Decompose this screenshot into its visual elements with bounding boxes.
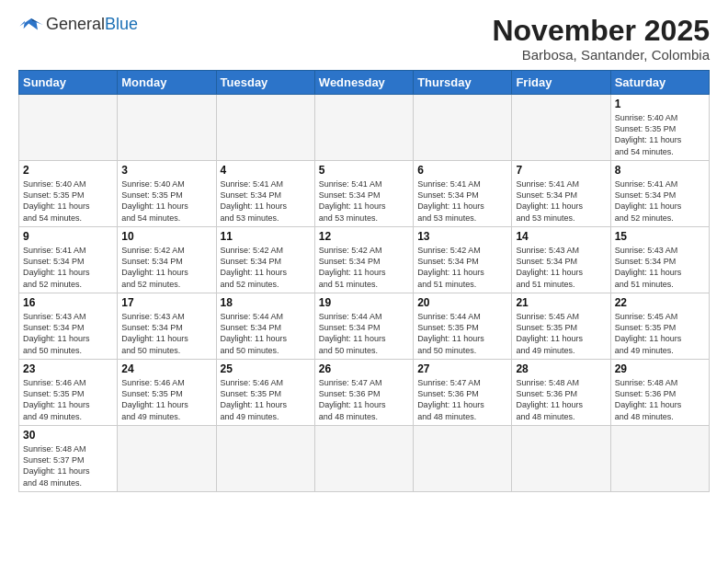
day-number: 21	[516, 296, 606, 309]
day-number: 8	[615, 164, 705, 177]
table-row: 20Sunrise: 5:44 AM Sunset: 5:35 PM Dayli…	[414, 293, 512, 360]
calendar-header: Sunday Monday Tuesday Wednesday Thursday…	[19, 71, 710, 95]
week-row: 16Sunrise: 5:43 AM Sunset: 5:34 PM Dayli…	[19, 293, 710, 360]
header-row: Sunday Monday Tuesday Wednesday Thursday…	[19, 71, 710, 95]
day-number: 17	[121, 296, 211, 309]
table-row	[118, 95, 216, 161]
logo-bird-icon	[18, 16, 44, 34]
day-info: Sunrise: 5:41 AM Sunset: 5:34 PM Dayligh…	[516, 178, 606, 224]
day-info: Sunrise: 5:46 AM Sunset: 5:35 PM Dayligh…	[221, 377, 311, 422]
day-info: Sunrise: 5:42 AM Sunset: 5:34 PM Dayligh…	[319, 245, 409, 290]
day-number: 10	[121, 230, 211, 243]
calendar-table: Sunday Monday Tuesday Wednesday Thursday…	[18, 70, 710, 492]
logo: GeneralBlue	[18, 15, 138, 34]
table-row: 7Sunrise: 5:41 AM Sunset: 5:34 PM Daylig…	[512, 161, 610, 227]
day-info: Sunrise: 5:44 AM Sunset: 5:34 PM Dayligh…	[221, 311, 311, 356]
location: Barbosa, Santander, Colombia	[492, 47, 710, 63]
table-row: 26Sunrise: 5:47 AM Sunset: 5:36 PM Dayli…	[314, 360, 413, 426]
table-row: 23Sunrise: 5:46 AM Sunset: 5:35 PM Dayli…	[19, 360, 118, 426]
day-number: 3	[121, 164, 211, 177]
day-info: Sunrise: 5:42 AM Sunset: 5:34 PM Dayligh…	[417, 245, 507, 290]
table-row: 18Sunrise: 5:44 AM Sunset: 5:34 PM Dayli…	[216, 293, 314, 360]
day-number: 23	[23, 362, 113, 375]
table-row	[216, 426, 314, 492]
day-info: Sunrise: 5:45 AM Sunset: 5:35 PM Dayligh…	[516, 311, 606, 356]
day-info: Sunrise: 5:41 AM Sunset: 5:34 PM Dayligh…	[23, 245, 113, 290]
day-number: 6	[417, 164, 507, 177]
day-info: Sunrise: 5:47 AM Sunset: 5:36 PM Dayligh…	[319, 377, 409, 422]
day-number: 7	[516, 164, 606, 177]
day-number: 20	[417, 296, 507, 309]
day-info: Sunrise: 5:43 AM Sunset: 5:34 PM Dayligh…	[121, 311, 211, 356]
day-info: Sunrise: 5:42 AM Sunset: 5:34 PM Dayligh…	[121, 245, 211, 290]
table-row: 27Sunrise: 5:47 AM Sunset: 5:36 PM Dayli…	[414, 360, 512, 426]
day-info: Sunrise: 5:43 AM Sunset: 5:34 PM Dayligh…	[516, 245, 606, 290]
week-row: 30Sunrise: 5:48 AM Sunset: 5:37 PM Dayli…	[19, 426, 710, 492]
table-row: 17Sunrise: 5:43 AM Sunset: 5:34 PM Dayli…	[118, 293, 216, 360]
table-row: 21Sunrise: 5:45 AM Sunset: 5:35 PM Dayli…	[512, 293, 610, 360]
day-info: Sunrise: 5:41 AM Sunset: 5:34 PM Dayligh…	[221, 178, 311, 224]
table-row: 3Sunrise: 5:40 AM Sunset: 5:35 PM Daylig…	[118, 161, 216, 227]
day-info: Sunrise: 5:41 AM Sunset: 5:34 PM Dayligh…	[417, 178, 507, 224]
table-row: 19Sunrise: 5:44 AM Sunset: 5:34 PM Dayli…	[314, 293, 413, 360]
table-row: 11Sunrise: 5:42 AM Sunset: 5:34 PM Dayli…	[216, 227, 314, 293]
day-number: 18	[221, 296, 311, 309]
table-row: 25Sunrise: 5:46 AM Sunset: 5:35 PM Dayli…	[216, 360, 314, 426]
day-info: Sunrise: 5:42 AM Sunset: 5:34 PM Dayligh…	[221, 245, 311, 290]
table-row: 30Sunrise: 5:48 AM Sunset: 5:37 PM Dayli…	[19, 426, 118, 492]
day-info: Sunrise: 5:41 AM Sunset: 5:34 PM Dayligh…	[615, 178, 705, 224]
day-number: 1	[615, 98, 705, 110]
table-row: 13Sunrise: 5:42 AM Sunset: 5:34 PM Dayli…	[414, 227, 512, 293]
col-friday: Friday	[512, 71, 610, 95]
day-info: Sunrise: 5:47 AM Sunset: 5:36 PM Dayligh…	[417, 377, 507, 422]
table-row: 14Sunrise: 5:43 AM Sunset: 5:34 PM Dayli…	[512, 227, 610, 293]
day-number: 9	[23, 230, 113, 243]
day-info: Sunrise: 5:43 AM Sunset: 5:34 PM Dayligh…	[23, 311, 113, 356]
day-number: 24	[121, 362, 211, 375]
svg-marker-0	[19, 18, 42, 30]
day-info: Sunrise: 5:48 AM Sunset: 5:37 PM Dayligh…	[23, 443, 113, 488]
table-row: 15Sunrise: 5:43 AM Sunset: 5:34 PM Dayli…	[610, 227, 709, 293]
table-row	[512, 426, 610, 492]
day-number: 13	[417, 230, 507, 243]
day-number: 29	[615, 362, 705, 375]
col-sunday: Sunday	[19, 71, 118, 95]
table-row: 2Sunrise: 5:40 AM Sunset: 5:35 PM Daylig…	[19, 161, 118, 227]
col-tuesday: Tuesday	[216, 71, 314, 95]
logo-general: General	[46, 15, 105, 33]
week-row: 23Sunrise: 5:46 AM Sunset: 5:35 PM Dayli…	[19, 360, 710, 426]
day-number: 28	[516, 362, 606, 375]
day-number: 4	[221, 164, 311, 177]
day-info: Sunrise: 5:44 AM Sunset: 5:34 PM Dayligh…	[319, 311, 409, 356]
table-row: 24Sunrise: 5:46 AM Sunset: 5:35 PM Dayli…	[118, 360, 216, 426]
table-row: 8Sunrise: 5:41 AM Sunset: 5:34 PM Daylig…	[610, 161, 709, 227]
table-row	[118, 426, 216, 492]
day-number: 26	[319, 362, 409, 375]
table-row: 22Sunrise: 5:45 AM Sunset: 5:35 PM Dayli…	[610, 293, 709, 360]
col-monday: Monday	[118, 71, 216, 95]
table-row: 12Sunrise: 5:42 AM Sunset: 5:34 PM Dayli…	[314, 227, 413, 293]
day-info: Sunrise: 5:44 AM Sunset: 5:35 PM Dayligh…	[417, 311, 507, 356]
day-number: 12	[319, 230, 409, 243]
day-info: Sunrise: 5:46 AM Sunset: 5:35 PM Dayligh…	[23, 377, 113, 422]
week-row: 9Sunrise: 5:41 AM Sunset: 5:34 PM Daylig…	[19, 227, 710, 293]
table-row: 28Sunrise: 5:48 AM Sunset: 5:36 PM Dayli…	[512, 360, 610, 426]
table-row: 29Sunrise: 5:48 AM Sunset: 5:36 PM Dayli…	[610, 360, 709, 426]
table-row	[314, 95, 413, 161]
week-row: 2Sunrise: 5:40 AM Sunset: 5:35 PM Daylig…	[19, 161, 710, 227]
day-info: Sunrise: 5:41 AM Sunset: 5:34 PM Dayligh…	[319, 178, 409, 224]
day-number: 2	[23, 164, 113, 177]
month-title: November 2025	[492, 15, 710, 47]
day-number: 11	[221, 230, 311, 243]
table-row: 5Sunrise: 5:41 AM Sunset: 5:34 PM Daylig…	[314, 161, 413, 227]
day-number: 14	[516, 230, 606, 243]
header: GeneralBlue November 2025 Barbosa, Santa…	[18, 15, 710, 63]
table-row: 10Sunrise: 5:42 AM Sunset: 5:34 PM Dayli…	[118, 227, 216, 293]
day-number: 15	[615, 230, 705, 243]
day-number: 19	[319, 296, 409, 309]
day-info: Sunrise: 5:40 AM Sunset: 5:35 PM Dayligh…	[615, 112, 705, 157]
table-row	[414, 95, 512, 161]
day-number: 16	[23, 296, 113, 309]
table-row: 9Sunrise: 5:41 AM Sunset: 5:34 PM Daylig…	[19, 227, 118, 293]
logo-text: GeneralBlue	[46, 15, 138, 34]
